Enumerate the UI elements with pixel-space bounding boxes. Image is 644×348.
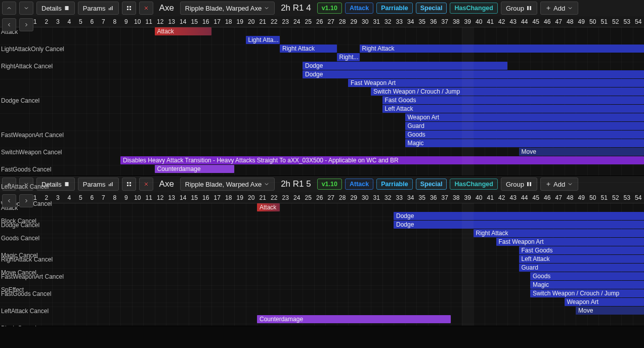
frame-tick: 50 — [587, 18, 599, 25]
timeline-bar[interactable]: Counterdamage — [257, 315, 451, 323]
next-button[interactable] — [19, 194, 33, 207]
details-button[interactable]: Details — [36, 2, 75, 15]
row-label: Dodge Cancel — [1, 221, 39, 230]
frame-tick: 35 — [416, 18, 428, 25]
frame-tick: 41 — [485, 194, 496, 201]
timeline-bar[interactable]: Weapon Art — [405, 113, 645, 121]
frame-tick: 29 — [348, 18, 360, 25]
timeline-bar[interactable]: Move — [519, 148, 645, 156]
timeline-bar[interactable]: Attack — [155, 27, 212, 35]
frame-tick: 32 — [382, 18, 394, 25]
frame-tick: 40 — [474, 18, 485, 25]
frame-tick: 21 — [257, 18, 269, 25]
frame-tick: 48 — [565, 18, 576, 25]
prev-button[interactable] — [2, 194, 16, 207]
timeline-bar[interactable]: Switch Weapon / Crouch / Jump — [371, 88, 644, 96]
frame-ruler: 1234567891011121314151617181920212223242… — [0, 16, 644, 27]
timeline-bar[interactable]: Guard — [519, 264, 645, 272]
timeline-bar[interactable]: Dodge — [303, 70, 644, 78]
frame-tick: 54 — [633, 194, 645, 201]
timeline-bar[interactable]: Goods — [405, 130, 645, 139]
group-button[interactable]: Group — [501, 2, 537, 15]
collapse-down-button[interactable] — [19, 2, 33, 15]
frame-tick: 26 — [314, 194, 326, 201]
collapse-up-button[interactable] — [2, 2, 16, 15]
frame-tick: 16 — [200, 194, 212, 201]
timeline-bar[interactable]: Magic — [405, 139, 645, 147]
timeline-bar[interactable]: Weapon Art — [565, 298, 645, 306]
timeline-bar[interactable]: Light Atta... — [246, 36, 280, 44]
frame-tick: 50 — [587, 194, 599, 201]
frame-tick: 25 — [303, 18, 314, 25]
svg-rect-5 — [130, 6, 131, 8]
svg-rect-2 — [110, 7, 111, 10]
frame-tick: 54 — [633, 18, 645, 25]
timeline-bar[interactable]: Right... — [337, 53, 360, 61]
frame-tick: 43 — [507, 18, 519, 25]
row-label: LeftAttack Cancel — [1, 307, 49, 316]
grid-button[interactable] — [122, 2, 136, 15]
frame-tick: 2 — [41, 194, 53, 201]
timeline-bar[interactable]: Right Attack — [360, 45, 645, 53]
timeline-bar[interactable]: Goods — [530, 272, 644, 280]
frame-tick: 15 — [189, 194, 200, 201]
row-label: SwitchWeapon Cancel — [1, 148, 62, 157]
timeline-bar[interactable]: Right Attack — [280, 45, 337, 53]
frame-tick: 35 — [416, 194, 428, 201]
frame-tick: 22 — [269, 18, 280, 25]
timeline-bar[interactable]: Fast Goods — [519, 246, 645, 254]
frame-tick: 24 — [291, 194, 303, 201]
timeline-bar[interactable]: Fast Goods — [382, 96, 645, 104]
frame-tick: 39 — [462, 18, 474, 25]
timeline-bar[interactable]: Left Attack — [382, 105, 645, 113]
tag-parriable: Parriable — [376, 3, 413, 14]
toolbar: Details Params Axe Ripple Blade, Warped … — [0, 0, 644, 16]
tag-attack: Attack — [345, 3, 373, 14]
close-button[interactable] — [139, 2, 153, 15]
timeline-bar[interactable]: Dodge — [303, 62, 507, 70]
frame-tick: 19 — [234, 18, 246, 25]
frame-tick: 36 — [428, 194, 440, 201]
timeline-bar[interactable]: Disables Heavy Attack Transition - Heavy… — [120, 156, 644, 164]
timeline-bar[interactable]: Dodge — [394, 221, 644, 229]
timeline-bar[interactable]: Guard — [405, 122, 645, 130]
row-label: FastWeaponArt Cancel — [1, 131, 64, 140]
frame-tick: 12 — [155, 18, 166, 25]
frame-tick: 29 — [348, 194, 360, 201]
prev-button[interactable] — [2, 18, 16, 31]
timeline-bar[interactable]: Magic — [530, 281, 644, 289]
frame-tick: 6 — [87, 18, 98, 25]
timeline-bar[interactable]: Right Attack — [474, 229, 645, 237]
frame-tick: 23 — [280, 194, 291, 201]
frame-tick: 46 — [542, 18, 553, 25]
frame-ruler: 1234567891011121314151617181920212223242… — [0, 192, 644, 203]
timeline-bar[interactable]: Switch Weapon / Crouch / Jump — [530, 289, 644, 297]
params-button[interactable]: Params — [78, 2, 119, 15]
frame-tick: 9 — [120, 194, 132, 201]
row-label: Dodge Cancel — [1, 97, 39, 105]
frame-tick: 32 — [382, 194, 394, 201]
timeline-bar[interactable]: Move — [576, 307, 644, 315]
frame-tick: 41 — [485, 18, 496, 25]
frame-tick: 34 — [405, 18, 417, 25]
add-button[interactable]: Add — [540, 2, 578, 15]
timeline-bar[interactable]: Fast Weapon Art — [496, 238, 645, 246]
frame-tick: 33 — [394, 18, 405, 25]
timeline-bar[interactable]: Counterdamage — [155, 165, 235, 173]
frame-tick: 37 — [439, 194, 451, 201]
timeline-bar[interactable]: Fast Weapon Art — [348, 79, 644, 87]
svg-rect-1 — [109, 8, 110, 10]
frame-tick: 6 — [87, 194, 98, 201]
frame-tick: 13 — [166, 18, 178, 25]
weapon-dropdown[interactable]: Ripple Blade, Warped Axe — [180, 2, 275, 15]
timeline-bar[interactable]: Attack — [257, 203, 280, 211]
frame-tick: 11 — [143, 18, 155, 25]
frame-tick: 27 — [325, 18, 337, 25]
timeline-bar[interactable]: Left Attack — [519, 255, 645, 263]
frame-tick: 38 — [451, 18, 462, 25]
frame-tick: 31 — [371, 18, 382, 25]
timeline-bar[interactable]: Dodge — [394, 212, 644, 220]
frame-tick: 21 — [257, 194, 269, 201]
next-button[interactable] — [19, 18, 33, 31]
frame-tick: 3 — [52, 18, 64, 25]
